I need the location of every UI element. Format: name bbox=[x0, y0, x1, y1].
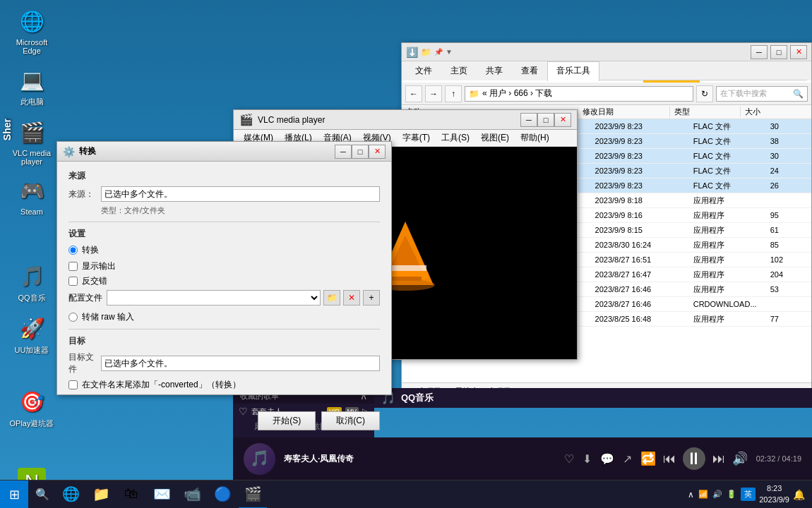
explorer-maximize-button[interactable]: □ bbox=[770, 45, 787, 59]
heart-btn[interactable]: ♡ bbox=[564, 452, 574, 466]
taskbar-time[interactable]: 8:23 2023/9/9 bbox=[759, 483, 789, 505]
taskbar-search-button[interactable]: 🔍 bbox=[32, 484, 53, 505]
address-icon: 📁 bbox=[469, 89, 479, 99]
desktop-icon-edge[interactable]: 🌐 Microsoft Edge bbox=[7, 7, 56, 55]
cancel-button[interactable]: 取消(C) bbox=[321, 411, 380, 430]
desktop-icon-oplay[interactable]: 🎯 OPlay避坑器 bbox=[7, 387, 56, 429]
file-size: 30 bbox=[766, 119, 811, 134]
dialog-content: 来源 来源： 类型：文件/文件夹 设置 转换 显示输出 bbox=[57, 162, 391, 402]
search-bar[interactable]: 在下载中搜索 🔍 bbox=[716, 86, 808, 102]
download-btn[interactable]: ⬇ bbox=[583, 452, 592, 466]
tab-music-tools[interactable]: 音乐工具 bbox=[547, 61, 599, 81]
checkbox-show-output[interactable]: 显示输出 bbox=[68, 260, 380, 272]
current-song-title: 寿客夫人·凤凰传奇 bbox=[284, 453, 556, 465]
dialog-minimize-button[interactable]: ─ bbox=[335, 145, 352, 159]
forward-button[interactable]: → bbox=[425, 85, 442, 102]
file-date: 2023/9/9 8:16 bbox=[591, 208, 689, 223]
back-button[interactable]: ← bbox=[405, 85, 422, 102]
taskbar-language-indicator[interactable]: 英 bbox=[741, 488, 756, 501]
search-label: 在下载中搜索 bbox=[720, 88, 767, 99]
taskbar-chrome[interactable]: 🔵 bbox=[208, 480, 237, 509]
start-button[interactable]: 开始(S) bbox=[258, 411, 316, 430]
taskbar-store[interactable]: 🛍 bbox=[117, 480, 145, 509]
time-display: 02:32 / 04:19 bbox=[756, 454, 801, 463]
mypc-label: 此电脑 bbox=[20, 97, 44, 107]
address-bar[interactable]: 📁 « 用户 › 666 › 下载 bbox=[465, 86, 693, 102]
menu-subtitle[interactable]: 字幕(T) bbox=[397, 130, 436, 147]
taskbar-vlc[interactable]: 🎬 bbox=[239, 480, 267, 509]
tab-file[interactable]: 文件 bbox=[406, 61, 441, 80]
vlc-icon: 🎬 bbox=[18, 118, 46, 146]
taskbar-mail[interactable]: ✉️ bbox=[148, 480, 176, 509]
file-date: 2023/9/9 8:23 bbox=[591, 149, 689, 164]
menu-tools[interactable]: 工具(S) bbox=[436, 130, 475, 147]
target-section-label: 目标 bbox=[68, 335, 380, 347]
dialog-maximize-button[interactable]: □ bbox=[352, 145, 369, 159]
target-input[interactable] bbox=[101, 356, 380, 371]
refresh-button[interactable]: ↻ bbox=[696, 85, 713, 102]
col-size[interactable]: 大小 bbox=[741, 107, 783, 117]
file-date: 2023/9/9 8:23 bbox=[591, 119, 689, 134]
checkbox-deinterlace[interactable]: 反交错 bbox=[68, 275, 380, 287]
desktop-icon-steam[interactable]: 🎮 Steam bbox=[7, 176, 56, 216]
profile-delete-button[interactable]: ✕ bbox=[343, 290, 360, 306]
comment-btn[interactable]: 💬 bbox=[600, 452, 614, 466]
share-btn[interactable]: ↗ bbox=[623, 452, 632, 466]
converted-suffix-label: 在文件名末尾添加「-converted」（转换） bbox=[82, 379, 241, 391]
repeat-btn[interactable]: 🔁 bbox=[640, 451, 656, 466]
radio-convert-item[interactable]: 转换 bbox=[68, 244, 380, 256]
file-date: 2023/9/9 8:23 bbox=[591, 179, 689, 193]
volume-btn[interactable]: 🔊 bbox=[732, 451, 748, 466]
desktop-icon-vlc[interactable]: 🎬 VLC media player bbox=[7, 118, 56, 166]
explorer-close-button[interactable]: ✕ bbox=[790, 45, 807, 59]
menu-view[interactable]: 视图(E) bbox=[475, 130, 515, 147]
explorer-qat-dropdown[interactable]: ▼ bbox=[446, 48, 453, 56]
prev-btn[interactable]: ⏮ bbox=[663, 452, 676, 466]
converted-suffix-checkbox[interactable] bbox=[68, 380, 78, 389]
menu-help[interactable]: 帮助(H) bbox=[515, 130, 555, 147]
radio-convert-input[interactable] bbox=[68, 246, 78, 255]
tab-view[interactable]: 查看 bbox=[512, 61, 547, 80]
next-btn[interactable]: ⏭ bbox=[712, 452, 725, 466]
desktop-icon-qq[interactable]: 🎵 QQ音乐 bbox=[7, 262, 56, 303]
dialog-close-button[interactable]: ✕ bbox=[369, 145, 386, 159]
file-type: 应用程序 bbox=[689, 238, 766, 253]
taskbar-notification-icon[interactable]: 🔔 bbox=[793, 489, 805, 500]
qq-icon: 🎵 bbox=[18, 262, 46, 290]
radio-raw-input[interactable] bbox=[68, 313, 78, 322]
taskbar-volume-icon[interactable]: 🔊 bbox=[712, 490, 722, 499]
desktop-icon-uu[interactable]: 🚀 UU加速器 bbox=[7, 314, 56, 356]
dialog-title-text: 转换 bbox=[79, 145, 335, 157]
vlc-close-button[interactable]: ✕ bbox=[554, 113, 571, 127]
taskbar-battery-icon[interactable]: 🔋 bbox=[727, 490, 736, 499]
profile-browse-button[interactable]: 📁 bbox=[323, 290, 340, 306]
vlc-maximize-button[interactable]: □ bbox=[537, 113, 554, 127]
tab-home[interactable]: 主页 bbox=[441, 61, 477, 80]
radio-raw-item[interactable]: 转储 raw 输入 bbox=[68, 311, 380, 323]
up-button[interactable]: ↑ bbox=[445, 85, 462, 102]
file-size: 61 bbox=[766, 223, 811, 238]
show-output-checkbox[interactable] bbox=[68, 262, 78, 271]
desktop-icon-mypc[interactable]: 💻 此电脑 bbox=[7, 66, 56, 107]
taskbar-expand-icon[interactable]: ∧ bbox=[688, 490, 694, 500]
col-type[interactable]: 类型 bbox=[670, 107, 741, 117]
col-date[interactable]: 修改日期 bbox=[578, 107, 670, 117]
taskbar-network-icon[interactable]: 📶 bbox=[698, 490, 708, 499]
total-time: 04:19 bbox=[782, 454, 801, 463]
explorer-minimize-button[interactable]: ─ bbox=[751, 45, 768, 59]
checkbox-converted[interactable]: 在文件名末尾添加「-converted」（转换） bbox=[68, 379, 380, 391]
file-size: 102 bbox=[766, 253, 811, 267]
taskbar-media[interactable]: 📹 bbox=[178, 480, 206, 509]
file-type: 应用程序 bbox=[689, 267, 766, 282]
tab-share[interactable]: 共享 bbox=[477, 61, 512, 80]
profile-select[interactable] bbox=[107, 290, 321, 306]
taskbar-explorer[interactable]: 📁 bbox=[87, 480, 115, 509]
source-input[interactable] bbox=[101, 186, 380, 202]
play-pause-btn[interactable]: ⏸ bbox=[683, 447, 705, 470]
start-button[interactable]: ⊞ bbox=[0, 480, 28, 509]
deinterlace-checkbox[interactable] bbox=[68, 277, 78, 286]
taskbar-edge[interactable]: 🌐 bbox=[56, 480, 85, 509]
file-date: 2023/9/9 8:18 bbox=[591, 193, 689, 208]
vlc-minimize-button[interactable]: ─ bbox=[520, 113, 537, 127]
profile-add-button[interactable]: + bbox=[363, 290, 380, 306]
